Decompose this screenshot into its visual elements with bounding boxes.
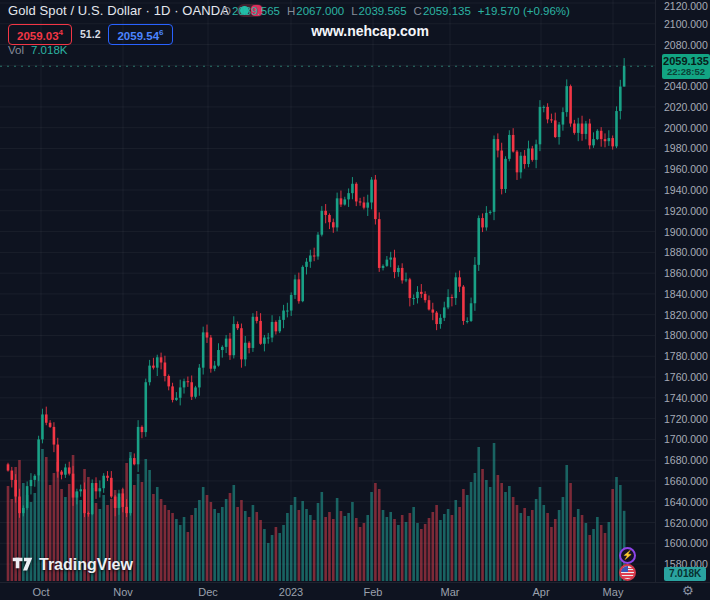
candle-body [56,445,59,472]
candle-body [558,125,561,137]
price-tick-label: 1720.000 [664,413,708,425]
candle-body [309,255,312,261]
candle-body [41,414,44,439]
volume-bar [232,485,235,581]
candle-body [141,427,144,432]
candle-body [431,310,434,313]
volume-bar [562,497,565,581]
volume-bar [500,483,503,581]
candle-body [542,107,545,108]
candle-body [198,368,201,388]
candle-body [263,338,266,344]
candle-body [45,414,48,422]
site-watermark: www.nehcap.com [311,23,429,39]
candle-body [179,387,182,397]
volume-bar [332,519,335,581]
volume-bar [148,470,151,581]
volume-bar [470,482,473,581]
volume-bar [412,507,415,581]
volume-bar [428,518,431,581]
volume-bar [366,515,369,581]
candle-body [144,382,147,432]
price-tick-label: 1960.000 [664,163,708,175]
candle-body [565,86,568,112]
candle-body [122,493,125,507]
candlestick-chart[interactable] [0,0,655,582]
volume-bar [363,523,366,581]
volume-bar [133,485,136,581]
candle-body [167,376,170,386]
tradingview-logo[interactable]: TradingView [12,554,133,575]
volume-bar [236,507,239,581]
volume-bar [202,487,205,581]
volume-bar [255,512,258,581]
candle-body [328,215,331,222]
volume-bar [588,535,591,581]
candle-body [481,218,484,227]
candle-body [313,255,316,256]
symbol-title[interactable]: Gold Spot / U.S. Dollar · 1D · OANDA [8,3,229,18]
volume-bar [535,499,538,581]
sell-bid-button[interactable]: 2059.034 [8,24,72,45]
time-tick-label: May [603,586,624,598]
time-tick-label: 2023 [279,586,303,598]
candle-body [523,156,526,164]
candle-body [114,497,117,508]
candle-body [596,131,599,139]
buy-ask-button[interactable]: 2059.546 [108,24,172,45]
candle-body [340,198,343,204]
volume-readout: Vol 7.018K [8,44,67,56]
volume-bar [217,513,220,581]
low-label: L [351,5,357,17]
high-value: 2067.000 [296,5,344,17]
volume-bar [305,509,308,581]
volume-bar [558,510,561,581]
volume-bar [164,505,167,581]
candle-body [343,199,346,204]
candle-body [512,135,515,152]
us-flag-icon[interactable] [619,564,636,581]
candle-body [225,339,228,347]
candle-body [22,508,25,513]
close-value: 2059.135 [423,5,471,17]
price-axis[interactable]: ⚙ 2120.0002100.0002080.0002040.0002020.0… [655,0,710,582]
bar-countdown: 22:28:52 [662,67,710,77]
candle-body [374,180,377,219]
volume-bar [596,517,599,581]
volume-bar [386,517,389,581]
volume-bar [462,489,465,581]
lightning-boost-icon[interactable]: ⚡ [619,547,636,564]
volume-bar [439,520,442,581]
candle-body [99,488,102,491]
low-value: 2039.565 [359,5,407,17]
candle-body [577,124,580,133]
candle-body [569,86,572,123]
volume-bar [447,509,450,581]
bid-ask-row: 2059.034 51.2 2059.546 [8,24,173,45]
candle-body [466,321,469,322]
candle-body [259,321,262,344]
candle-body [317,235,320,257]
candle-body [64,467,67,474]
volume-bar [248,517,251,581]
candle-body [267,338,270,339]
volume-bar [359,527,362,581]
candle-body [305,262,308,267]
volume-bar [298,510,301,581]
volume-bar [374,483,377,581]
candle-body [592,139,595,145]
volume-bar [527,516,530,581]
volume-bar [454,500,457,581]
candle-body [152,366,155,368]
candle-body [401,268,404,280]
volume-bar [516,505,519,581]
candle-body [619,87,622,111]
candle-body [611,138,614,146]
candle-body [229,339,232,356]
candle-body [516,152,519,173]
volume-bar [542,505,545,581]
candle-body [504,159,507,189]
time-axis[interactable]: OctNovDec2023FebMarAprMay [0,582,710,600]
volume-bar [378,489,381,581]
volume-bar [577,509,580,581]
